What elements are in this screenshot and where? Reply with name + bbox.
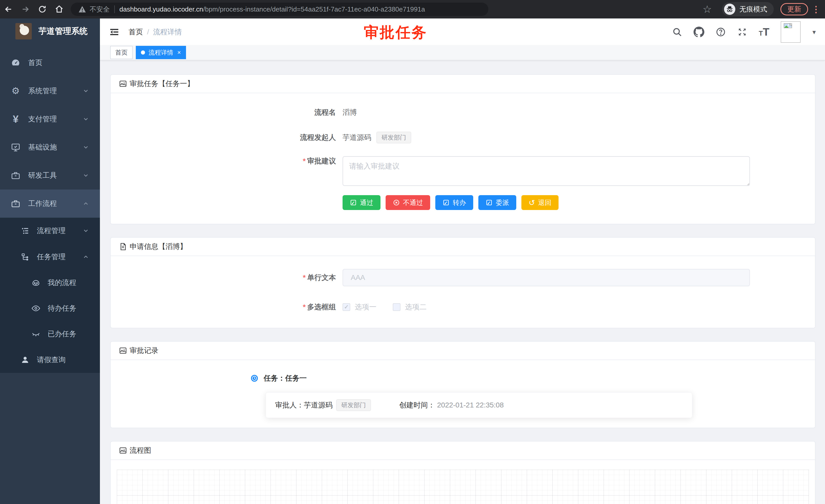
omnibox-divider (114, 5, 115, 13)
sidebar-item-workflow[interactable]: 工作流程 (0, 189, 100, 218)
delegate-button[interactable]: 委派 (478, 195, 516, 210)
diagram-card-header: 流程图 (111, 441, 815, 460)
initiator-label: 流程发起人 (111, 133, 343, 142)
yen-icon: ¥ (11, 113, 20, 125)
sidebar-item-leave-query[interactable]: 请假查询 (0, 347, 100, 373)
sidebar-item-label: 首页 (28, 58, 43, 68)
process-diagram-card: 流程图 (110, 441, 816, 504)
bookmark-star-icon[interactable]: ☆ (702, 3, 712, 15)
sidebar-item-todo-tasks[interactable]: 待办任务 (0, 296, 100, 321)
url-text[interactable]: dashboard.yudao.iocoder.cn/bpm/process-i… (120, 5, 425, 13)
return-button[interactable]: ↺ 退回 (521, 195, 558, 210)
update-button[interactable]: 更新 (780, 3, 808, 15)
breadcrumb-home[interactable]: 首页 (129, 27, 143, 37)
browser-toolbar: 不安全 dashboard.yudao.iocoder.cn/bpm/proce… (0, 0, 825, 18)
card-title: 审批记录 (130, 346, 158, 355)
suggestion-textarea[interactable] (343, 156, 750, 186)
security-label[interactable]: 不安全 (90, 5, 110, 14)
chevron-up-icon (82, 200, 89, 207)
sidebar-item-devtools[interactable]: 研发工具 (0, 161, 100, 189)
annotation-approval-task: 审批任务 (364, 22, 427, 43)
avatar[interactable] (781, 21, 801, 43)
logo-avatar (15, 23, 32, 39)
toolbox-icon (11, 171, 20, 180)
incognito-label: 无痕模式 (739, 5, 767, 14)
breadcrumb: 首页 / 流程详情 (129, 27, 182, 37)
approval-task-card: 审批任务【任务一】 流程名 滔博 流程发起人 芋道源码 研发部门 *审批建议 (110, 74, 816, 224)
chevron-down-icon (82, 172, 89, 179)
initiator-value: 芋道源码 研发部门 (343, 132, 411, 144)
main-content: 审批任务【任务一】 流程名 滔博 流程发起人 芋道源码 研发部门 *审批建议 (100, 61, 825, 504)
text-field-input[interactable]: AAA (343, 269, 750, 286)
sidebar-item-my-process[interactable]: 我的流程 (0, 270, 100, 296)
fullscreen-icon[interactable] (737, 27, 747, 37)
clock-icon (250, 374, 258, 383)
process-name-label: 流程名 (111, 107, 343, 117)
task-title: 任务：任务一 (264, 373, 307, 383)
tab-process-detail[interactable]: 流程详情 × (136, 46, 186, 59)
approver-value: 芋道源码 (304, 400, 332, 410)
gear-icon: ⚙ (11, 86, 20, 96)
picture-icon (119, 446, 127, 454)
edit-icon (443, 199, 450, 206)
briefcase-icon (11, 199, 20, 208)
browser-menu-icon[interactable]: ⋮ (812, 4, 820, 14)
checkbox-option-1[interactable]: ✓ 选项一 (343, 302, 376, 312)
back-icon[interactable] (0, 0, 17, 18)
undo-icon: ↺ (529, 198, 535, 207)
tab-close-icon[interactable]: × (177, 49, 181, 56)
picture-icon (119, 80, 127, 88)
created-value: 2022-01-21 22:35:08 (437, 401, 504, 409)
approver-label: 审批人： (275, 400, 304, 410)
tab-home[interactable]: 首页 (110, 46, 133, 59)
breadcrumb-separator: / (147, 28, 149, 36)
text-field-label: *单行文本 (111, 273, 343, 282)
user-icon (20, 355, 30, 364)
reject-button[interactable]: 不通过 (386, 195, 430, 210)
app-logo[interactable]: 芋道管理系统 (0, 18, 100, 44)
tags-view: 首页 流程详情 × (100, 45, 825, 61)
sidebar-item-infra[interactable]: 基础设施 (0, 133, 100, 161)
breadcrumb-current: 流程详情 (153, 27, 182, 37)
chevron-down-icon (82, 144, 89, 151)
apply-card-header: 申请信息【滔博】 (111, 238, 815, 256)
search-icon[interactable] (672, 27, 682, 37)
picture-icon (119, 346, 127, 355)
checkbox-icon: ✓ (343, 303, 350, 311)
reload-icon[interactable] (34, 0, 51, 18)
url-bar[interactable]: 不安全 dashboard.yudao.iocoder.cn/bpm/proce… (71, 3, 489, 16)
card-title: 审批任务【任务一】 (130, 79, 194, 89)
sidebar-item-task-mgmt[interactable]: 任务管理 (0, 244, 100, 270)
checkbox-option-2[interactable]: ✓ 选项二 (393, 302, 427, 312)
sidebar: 芋道管理系统 首页 ⚙ 系统管理 ¥ 支付管理 基础设施 研发工具 工 (0, 18, 100, 504)
sidebar-item-system[interactable]: ⚙ 系统管理 (0, 77, 100, 105)
checkbox-group-label: *多选框组 (111, 302, 343, 312)
broken-image-icon (782, 22, 794, 34)
chevron-down-icon (82, 88, 89, 94)
warning-icon (78, 6, 86, 13)
approve-button[interactable]: 通过 (343, 195, 380, 210)
monitor-icon (11, 142, 20, 152)
help-icon[interactable] (716, 27, 726, 37)
dept-tag: 研发部门 (376, 132, 411, 144)
checkbox-group: ✓ 选项一 ✓ 选项二 (343, 302, 443, 312)
incognito-badge: 无痕模式 (722, 2, 774, 16)
sidebar-collapse-icon[interactable] (107, 25, 122, 39)
chevron-up-icon (82, 254, 89, 260)
font-size-icon[interactable]: TT (759, 26, 769, 38)
transfer-button[interactable]: 转办 (435, 195, 473, 210)
forward-icon[interactable] (17, 0, 34, 18)
sidebar-item-payment[interactable]: ¥ 支付管理 (0, 105, 100, 133)
home-icon[interactable] (51, 0, 68, 18)
github-icon[interactable] (693, 27, 704, 37)
sidebar-item-home[interactable]: 首页 (0, 49, 100, 77)
sidebar-item-process-mgmt[interactable]: 流程管理 (0, 218, 100, 244)
sidebar-item-done-tasks[interactable]: 已办任务 (0, 321, 100, 347)
circle-close-icon (393, 199, 400, 206)
suggestion-label: *审批建议 (111, 156, 343, 166)
chevron-down-icon (82, 228, 89, 234)
checkbox-icon: ✓ (393, 303, 400, 311)
caret-down-icon[interactable]: ▾ (813, 28, 816, 36)
process-name-value: 滔博 (343, 107, 357, 117)
bpmn-canvas[interactable] (117, 470, 809, 504)
